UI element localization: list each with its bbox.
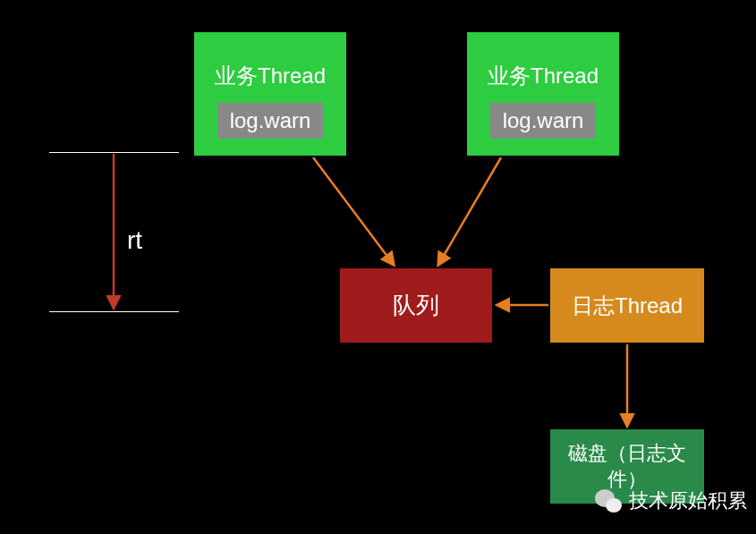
log-thread-label: 日志Thread bbox=[572, 292, 683, 320]
thread-2-title: 业务Thread bbox=[488, 62, 599, 90]
thread-1-logwarn: log.warn bbox=[217, 103, 324, 139]
disk-label: 磁盘（日志文件） bbox=[550, 441, 704, 492]
log-thread-box: 日志Thread bbox=[550, 268, 704, 343]
thread-1-title: 业务Thread bbox=[215, 62, 326, 90]
business-thread-1: 业务Thread log.warn bbox=[194, 32, 346, 156]
rt-label: rt bbox=[127, 226, 142, 255]
watermark: 技术原始积累 bbox=[593, 486, 747, 516]
wechat-icon bbox=[593, 486, 624, 516]
queue-box: 队列 bbox=[340, 268, 492, 343]
thread-2-logwarn: log.warn bbox=[490, 103, 597, 139]
business-thread-2: 业务Thread log.warn bbox=[467, 32, 619, 156]
rt-top-line bbox=[49, 152, 179, 153]
arrow-thread1-to-queue bbox=[313, 157, 394, 265]
watermark-text: 技术原始积累 bbox=[629, 487, 747, 514]
arrow-thread2-to-queue bbox=[438, 157, 501, 265]
rt-bottom-line bbox=[49, 311, 179, 312]
queue-label: 队列 bbox=[393, 290, 439, 321]
